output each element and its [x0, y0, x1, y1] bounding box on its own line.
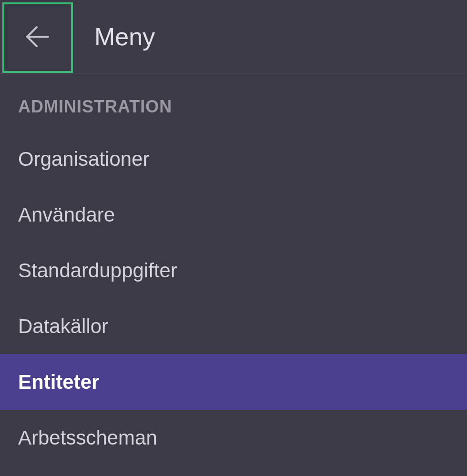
page-title: Meny [94, 22, 155, 51]
arrow-left-icon [22, 21, 53, 54]
menu-item-label: Datakällor [18, 315, 108, 338]
menu-item-label: Standarduppgifter [18, 259, 177, 282]
menu-item-entiteter[interactable]: Entiteter [0, 354, 467, 410]
menu-item-arbetsscheman[interactable]: Arbetsscheman [0, 410, 467, 466]
menu-item-standarduppgifter[interactable]: Standarduppgifter [0, 243, 467, 298]
menu-item-label: Användare [18, 203, 115, 226]
menu-item-label: Organisationer [18, 148, 149, 171]
menu-item-anvandare[interactable]: Användare [0, 187, 467, 243]
menu-item-label: Entiteter [18, 371, 99, 394]
menu-item-datakallor[interactable]: Datakällor [0, 298, 467, 354]
menu-item-label: Arbetsscheman [18, 426, 157, 449]
menu-header: Meny [0, 0, 467, 74]
back-button[interactable] [2, 2, 73, 73]
menu-item-organisationer[interactable]: Organisationer [0, 131, 467, 187]
section-header: ADMINISTRATION [0, 74, 467, 131]
